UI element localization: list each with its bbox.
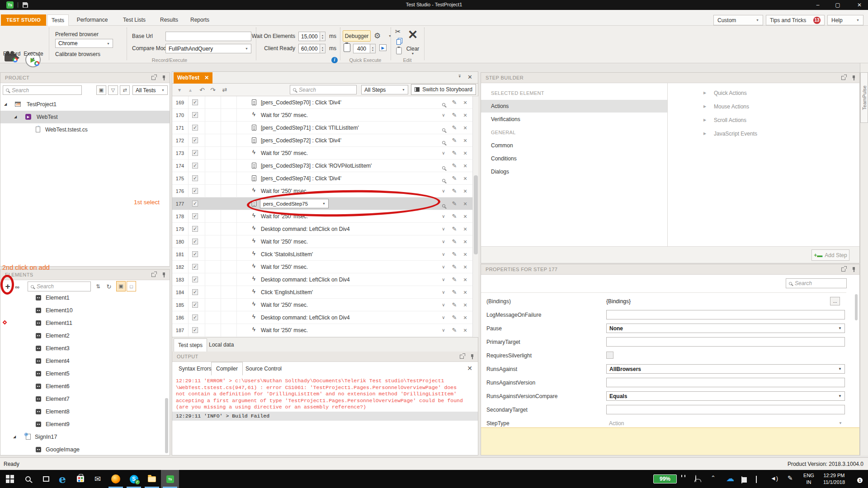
- edit-step-icon[interactable]: ✎: [451, 210, 458, 223]
- element-item[interactable]: Element4: [0, 355, 170, 367]
- test-step-row[interactable]: 173✓ϟWait for '250' msec.∨✎×: [172, 147, 472, 160]
- taskbar-icon-firefox[interactable]: [107, 470, 125, 488]
- edit-step-icon[interactable]: ✎: [451, 324, 458, 337]
- step-checkbox[interactable]: ✓: [192, 150, 198, 156]
- element-item[interactable]: Element3: [0, 342, 170, 355]
- link-icon[interactable]: ∞: [15, 283, 19, 291]
- paste-icon[interactable]: [396, 47, 402, 54]
- ribbon-tab-test-lists[interactable]: Test Lists: [116, 14, 153, 26]
- chevron-down-icon[interactable]: ∨: [440, 235, 447, 248]
- redo-icon[interactable]: ↷: [209, 84, 217, 96]
- edit-step-icon[interactable]: ✎: [451, 273, 458, 286]
- step-checkbox[interactable]: ✓: [192, 137, 198, 143]
- wait-stepper[interactable]: ▲▼: [320, 32, 326, 41]
- expander-icon[interactable]: ◢: [4, 98, 7, 111]
- sort-icon[interactable]: ⇅: [94, 282, 103, 291]
- debugger-button[interactable]: Debugger: [343, 30, 371, 42]
- builder-item-dialogs[interactable]: Dialogs: [481, 165, 667, 178]
- step-checkbox[interactable]: ✓: [192, 175, 198, 181]
- test-step-row[interactable]: 180✓ϟWait for '250' msec.∨✎×: [172, 235, 472, 248]
- delete-step-icon[interactable]: ×: [462, 185, 469, 197]
- steps-search-input[interactable]: Search: [290, 85, 357, 94]
- power-icon[interactable]: [741, 477, 742, 483]
- close-output-icon[interactable]: ✕: [467, 365, 472, 372]
- step-checkbox[interactable]: ✓: [192, 213, 198, 219]
- taskbar-icon-test-studio[interactable]: Ts: [161, 470, 179, 488]
- pin-icon[interactable]: [852, 267, 856, 272]
- expander-icon[interactable]: ◢: [13, 431, 16, 443]
- edit-step-icon[interactable]: ✎: [451, 311, 458, 324]
- coded-step-name-select[interactable]: pers_CodedStep75▼: [260, 199, 329, 208]
- delete-step-icon[interactable]: ×: [462, 235, 469, 248]
- step-checkbox[interactable]: ✓: [192, 327, 198, 333]
- tab-syntax-errors[interactable]: Syntax Errors: [174, 362, 216, 375]
- step-checkbox[interactable]: ✓: [192, 201, 198, 206]
- tray-chevron-icon[interactable]: ⌃: [711, 474, 716, 481]
- builder-item-actions[interactable]: Actions: [481, 100, 667, 113]
- close-button[interactable]: ✕: [854, 1, 865, 9]
- filter-button[interactable]: ▽: [108, 85, 118, 95]
- chevron-down-icon[interactable]: ∨: [440, 311, 447, 324]
- info-icon[interactable]: i: [331, 57, 338, 63]
- delete-step-icon[interactable]: ×: [462, 324, 469, 337]
- clipboard-icon[interactable]: [344, 43, 350, 52]
- test-step-row[interactable]: 176✓ϟWait for '250' msec.∨✎×: [172, 185, 472, 197]
- step-checkbox[interactable]: ✓: [192, 302, 198, 308]
- builder-item-conditions[interactable]: Conditions: [481, 152, 667, 165]
- builder-action-scroll-actions[interactable]: ▶Scroll Actions: [667, 114, 859, 127]
- tree-item-code-file[interactable]: WebTest.tstest.cs: [0, 123, 170, 136]
- cut-icon[interactable]: ✂: [395, 28, 401, 36]
- edit-step-icon[interactable]: ✎: [451, 96, 458, 109]
- delete-step-icon[interactable]: ×: [462, 122, 469, 134]
- tab-webtest[interactable]: WebTest ✕: [174, 72, 212, 84]
- chevron-down-icon[interactable]: ∨: [440, 185, 447, 197]
- tab-local-data[interactable]: Local data: [205, 338, 238, 352]
- test-step-row[interactable]: 169✓[pers_CodedStep70] : Click 'Div4'✎×: [172, 96, 472, 109]
- ribbon-tab-results[interactable]: Results: [156, 14, 183, 26]
- property-input[interactable]: [606, 337, 845, 347]
- bindings-ellipsis-button[interactable]: ...: [830, 297, 840, 305]
- properties-search-input[interactable]: Search: [786, 278, 847, 288]
- step-checkbox[interactable]: ✓: [192, 99, 198, 105]
- chevron-down-icon[interactable]: ∨: [440, 273, 447, 286]
- edit-step-icon[interactable]: ✎: [451, 286, 458, 299]
- minimize-button[interactable]: –: [812, 1, 824, 9]
- test-step-row[interactable]: 186✓ϟDesktop command: LeftClick on Div4∨…: [172, 311, 472, 324]
- taskbar-icon-task-view[interactable]: [37, 470, 55, 488]
- undo-icon[interactable]: ↶: [198, 84, 206, 96]
- taskbar-icon-explorer[interactable]: [143, 470, 161, 488]
- builder-action-quick-actions[interactable]: ▶Quick Actions: [667, 87, 859, 99]
- step-checkbox[interactable]: ✓: [192, 264, 198, 270]
- tree-item-project[interactable]: ◢ TestProject1: [0, 98, 170, 111]
- run-to-step-icon[interactable]: ▶: [379, 44, 387, 51]
- shuffle-button[interactable]: ⇄: [120, 85, 130, 95]
- property-input[interactable]: [606, 310, 845, 319]
- pin-icon[interactable]: [162, 272, 166, 278]
- ribbon-tab-performance[interactable]: Performance: [71, 14, 113, 26]
- test-step-row[interactable]: 178✓ϟWait for '250' msec.∨✎×: [172, 210, 472, 223]
- record-insert-icon[interactable]: ⇄: [221, 84, 228, 96]
- chevron-down-icon[interactable]: ∨: [440, 299, 447, 311]
- maximize-button[interactable]: ▢: [832, 1, 844, 9]
- gear-icon[interactable]: ⚙: [374, 31, 381, 41]
- element-item[interactable]: Element5: [0, 367, 170, 380]
- help-dropdown[interactable]: Help▼: [827, 15, 863, 25]
- builder-item-verifications[interactable]: Verifications: [481, 113, 667, 126]
- delete-step-icon[interactable]: ×: [462, 299, 469, 311]
- onedrive-icon[interactable]: ☁: [726, 474, 734, 483]
- test-step-row[interactable]: 177✓pers_CodedStep75▼✎×: [172, 197, 472, 210]
- teampulse-tab[interactable]: TeamPulse: [860, 72, 868, 123]
- chevron-down-icon[interactable]: ∨: [440, 109, 447, 122]
- property-select[interactable]: AllBrowsers▼: [606, 364, 845, 374]
- language-indicator[interactable]: ENGIN: [801, 472, 816, 486]
- people-icon[interactable]: [695, 475, 696, 482]
- edit-step-icon[interactable]: ✎: [451, 122, 458, 134]
- element-item[interactable]: ◢SignIn17: [0, 431, 170, 443]
- quick-execute-value-input[interactable]: 400: [353, 44, 370, 53]
- delete-step-icon[interactable]: ×: [462, 223, 469, 235]
- project-search-input[interactable]: Search: [3, 85, 82, 95]
- steps-scrollbar[interactable]: [472, 96, 478, 337]
- property-input[interactable]: [606, 405, 845, 414]
- plug-icon[interactable]: [680, 477, 683, 483]
- test-step-row[interactable]: 183✓ϟDesktop command: LeftClick on Div4∨…: [172, 273, 472, 286]
